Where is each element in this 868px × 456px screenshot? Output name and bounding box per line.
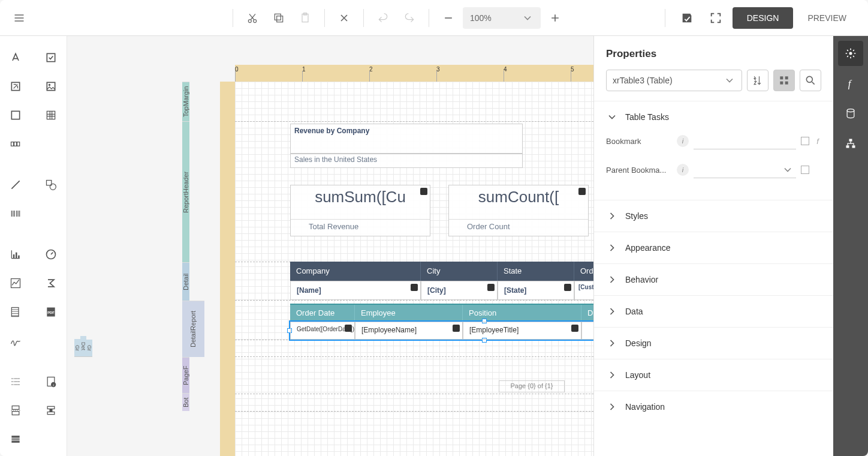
- data-cell[interactable]: GetDate([OrderDate]): [290, 322, 355, 340]
- reset-button[interactable]: [801, 166, 809, 174]
- shape-tool[interactable]: [39, 173, 63, 197]
- crossband-tool[interactable]: [39, 398, 63, 422]
- section-navigation[interactable]: Navigation: [594, 391, 833, 422]
- table-header[interactable]: Company City State Orders Average S: [290, 262, 593, 281]
- section-table-tasks[interactable]: Table Tasks: [594, 101, 833, 133]
- page-number[interactable]: Page {0} of {1}: [499, 380, 565, 392]
- section-topmargin[interactable]: TopMargin: [182, 82, 189, 121]
- header-cell[interactable]: City: [421, 262, 498, 281]
- design-canvas[interactable]: 0123456 TopMargin ReportHeader Detail De…: [67, 36, 593, 456]
- section-layout[interactable]: Layout: [594, 359, 833, 391]
- section-appearance[interactable]: Appearance: [594, 232, 833, 263]
- checkbox-tool[interactable]: [39, 46, 63, 70]
- rail-explorer[interactable]: [838, 131, 863, 156]
- cut-button[interactable]: [240, 6, 264, 30]
- table-tool[interactable]: [39, 103, 63, 127]
- data-cell[interactable]: [State]: [498, 281, 574, 300]
- section-label: Navigation: [625, 402, 665, 412]
- fx-icon[interactable]: f: [814, 137, 821, 146]
- subsection-groupheader[interactable]: Gr: [74, 339, 80, 357]
- line-tool[interactable]: [4, 173, 28, 197]
- data-cell[interactable]: [EmployeeName]: [355, 322, 463, 340]
- subtable-header[interactable]: Order Date Employee Position Delivery St…: [290, 304, 593, 322]
- signature-tool[interactable]: [4, 329, 28, 353]
- svg-rect-18: [16, 253, 17, 259]
- report-title[interactable]: Revenue by Company: [290, 124, 523, 154]
- header-cell[interactable]: State: [498, 262, 574, 281]
- svg-point-9: [49, 84, 50, 86]
- header-cell[interactable]: Position: [463, 305, 581, 322]
- section-detailreport[interactable]: DetailReport Gr Det Gr: [182, 301, 204, 357]
- validate-button[interactable]: [675, 6, 699, 30]
- section-label: Appearance: [625, 243, 671, 253]
- section-detail[interactable]: Detail: [182, 262, 189, 301]
- rail-properties[interactable]: [838, 41, 863, 66]
- pageinfo-tool[interactable]: i: [39, 370, 63, 394]
- header-cell[interactable]: Company: [290, 262, 421, 281]
- sigma-tool[interactable]: [39, 271, 63, 295]
- crosstab-tool[interactable]: [4, 300, 28, 324]
- svg-point-40: [806, 76, 812, 82]
- rail-expressions[interactable]: f: [838, 71, 863, 96]
- svg-rect-34: [11, 438, 19, 440]
- section-bottommargin[interactable]: Bot: [182, 393, 189, 411]
- section-behavior[interactable]: Behavior: [594, 264, 833, 295]
- header-cell[interactable]: Employee: [355, 305, 463, 322]
- fullscreen-button[interactable]: [704, 6, 728, 30]
- subsection-groupfooter[interactable]: Gr: [86, 340, 92, 357]
- subtable-row-selected[interactable]: GetDate([OrderDate]) [EmployeeName] [Emp…: [290, 322, 593, 340]
- section-reportheader[interactable]: ReportHeader: [182, 121, 189, 262]
- section-styles[interactable]: Styles: [594, 200, 833, 232]
- section-design[interactable]: Design: [594, 328, 833, 359]
- section-data[interactable]: Data: [594, 296, 833, 327]
- design-surface[interactable]: Revenue by Company Sales in the United S…: [235, 82, 593, 456]
- info-icon[interactable]: i: [677, 164, 689, 176]
- data-cell[interactable]: [EmployeeTitle]: [463, 322, 581, 340]
- copy-button[interactable]: [267, 6, 291, 30]
- data-cell[interactable]: [581, 322, 593, 340]
- header-cell[interactable]: Delivery Status: [581, 305, 593, 322]
- reset-button[interactable]: [801, 137, 809, 145]
- search-properties-button[interactable]: [800, 70, 821, 91]
- pdf-tool[interactable]: PDF: [39, 300, 63, 324]
- report-subtitle[interactable]: Sales in the United States: [290, 154, 523, 168]
- subband-tool[interactable]: [4, 427, 28, 451]
- data-cell[interactable]: [Name]: [290, 281, 421, 300]
- gauge-tool[interactable]: [39, 242, 63, 266]
- header-cell[interactable]: Order Date: [290, 305, 355, 322]
- barcode-tool[interactable]: [4, 202, 28, 226]
- bookmark-input[interactable]: [694, 133, 796, 149]
- zoom-in-button[interactable]: [543, 6, 567, 30]
- panel-tool[interactable]: [4, 103, 28, 127]
- element-selector[interactable]: xrTable3 (Table): [606, 70, 742, 91]
- zoom-dropdown[interactable]: 100%: [463, 7, 541, 29]
- picture-tool[interactable]: [39, 74, 63, 98]
- sum-card-1[interactable]: sumCount([ Order Count: [448, 185, 589, 236]
- sparkline-tool[interactable]: [4, 271, 28, 295]
- info-icon[interactable]: i: [677, 135, 689, 147]
- zoom-out-button[interactable]: [436, 6, 460, 30]
- rail-fieldlist[interactable]: [838, 101, 863, 126]
- categorized-button[interactable]: [773, 70, 795, 91]
- design-tab[interactable]: DESIGN: [733, 7, 794, 29]
- table-row[interactable]: [Name] [City] [State] [CustomersOrders_1…: [290, 281, 593, 300]
- data-cell[interactable]: [CustomersOrders_1: [574, 281, 593, 300]
- character-comb-tool[interactable]: [4, 132, 28, 156]
- sum-card-0[interactable]: sumSum([Cu Total Revenue: [290, 185, 430, 236]
- delete-button[interactable]: [332, 6, 356, 30]
- preview-tab[interactable]: PREVIEW: [793, 7, 861, 29]
- main-menu-button[interactable]: [7, 6, 31, 30]
- sort-alpha-button[interactable]: [747, 70, 768, 91]
- parent-bookmark-combo[interactable]: [694, 161, 796, 178]
- richtext-tool[interactable]: [4, 74, 28, 98]
- pagebreak-tool[interactable]: [4, 398, 28, 422]
- label-tool[interactable]: [4, 46, 28, 70]
- subsection-detail[interactable]: Det: [80, 336, 86, 357]
- header-cell[interactable]: Orders: [574, 262, 593, 281]
- toc-tool[interactable]: [4, 370, 28, 394]
- svg-point-43: [847, 109, 854, 112]
- data-cell[interactable]: [City]: [421, 281, 498, 300]
- section-pagefooter[interactable]: PageF: [182, 357, 189, 393]
- chart-tool[interactable]: [4, 242, 28, 266]
- svg-rect-2: [275, 14, 281, 20]
